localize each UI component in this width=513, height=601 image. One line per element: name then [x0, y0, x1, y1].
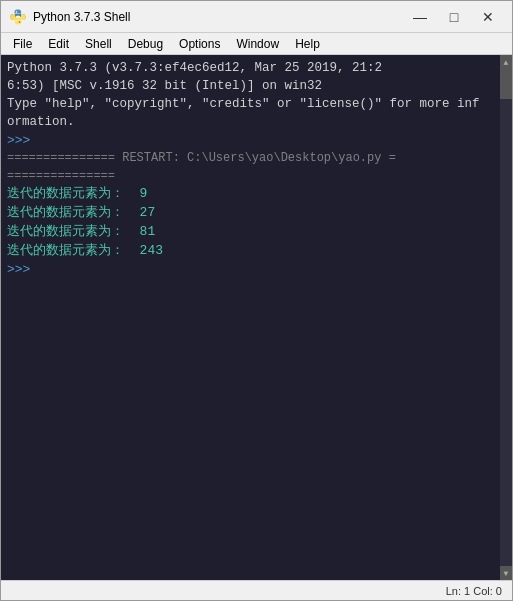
intro-line1: Python 3.7.3 (v3.7.3:ef4ec6ed12, Mar 25 … [7, 59, 506, 95]
maximize-button[interactable]: □ [438, 5, 470, 29]
shell-text-area: Python 3.7.3 (v3.7.3:ef4ec6ed12, Mar 25 … [7, 59, 506, 576]
minimize-button[interactable]: — [404, 5, 436, 29]
prompt1: >>> [7, 132, 506, 151]
title-bar-buttons: — □ ✕ [404, 5, 504, 29]
menu-bar: File Edit Shell Debug Options Window Hel… [1, 33, 512, 55]
scrollbar-track[interactable] [500, 69, 512, 566]
python-icon [9, 8, 27, 26]
menu-shell[interactable]: Shell [77, 35, 120, 53]
output-line-3: 迭代的数据元素为： 81 [7, 223, 506, 242]
title-bar-text: Python 3.7.3 Shell [33, 10, 404, 24]
scrollbar-thumb[interactable] [500, 69, 512, 99]
prompt2: >>> [7, 261, 506, 280]
output-line-2: 迭代的数据元素为： 27 [7, 204, 506, 223]
menu-window[interactable]: Window [228, 35, 287, 53]
output-line-1: 迭代的数据元素为： 9 [7, 185, 506, 204]
menu-help[interactable]: Help [287, 35, 328, 53]
scrollbar[interactable]: ▲ ▼ [500, 55, 512, 580]
svg-point-1 [19, 21, 21, 23]
output-line-4: 迭代的数据元素为： 243 [7, 242, 506, 261]
window: Python 3.7.3 Shell — □ ✕ File Edit Shell… [0, 0, 513, 601]
close-button[interactable]: ✕ [472, 5, 504, 29]
separator-line: =============== RESTART: C:\Users\yao\De… [7, 150, 506, 185]
scroll-down-arrow[interactable]: ▼ [500, 566, 512, 580]
status-bar: Ln: 1 Col: 0 [1, 580, 512, 600]
ln-col-status: Ln: 1 Col: 0 [446, 585, 502, 597]
intro-line2: Type "help", "copyright", "credits" or "… [7, 95, 506, 131]
menu-options[interactable]: Options [171, 35, 228, 53]
svg-point-0 [16, 11, 18, 13]
menu-debug[interactable]: Debug [120, 35, 171, 53]
menu-edit[interactable]: Edit [40, 35, 77, 53]
scroll-up-arrow[interactable]: ▲ [500, 55, 512, 69]
shell-content[interactable]: Python 3.7.3 (v3.7.3:ef4ec6ed12, Mar 25 … [1, 55, 512, 580]
menu-file[interactable]: File [5, 35, 40, 53]
title-bar: Python 3.7.3 Shell — □ ✕ [1, 1, 512, 33]
